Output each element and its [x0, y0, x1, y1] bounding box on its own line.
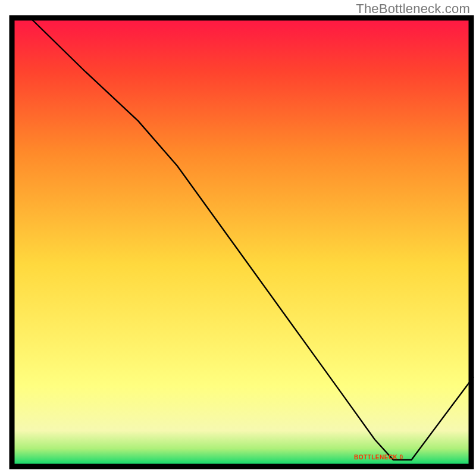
chart-gradient-bg: [12, 18, 471, 466]
bottleneck-chart: [0, 0, 476, 476]
bottleneck-label: BOTTLENECK 0: [354, 454, 403, 461]
